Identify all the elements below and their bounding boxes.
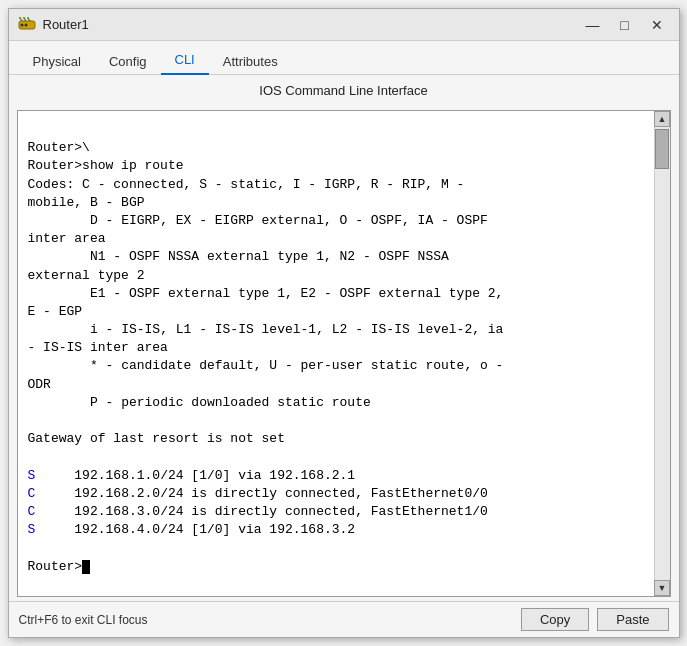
scroll-down-button[interactable]: ▼ — [654, 580, 670, 596]
scroll-up-button[interactable]: ▲ — [654, 111, 670, 127]
scrollbar[interactable]: ▲ ▼ — [654, 111, 670, 596]
tab-config[interactable]: Config — [95, 48, 161, 75]
svg-point-6 — [19, 17, 21, 19]
title-bar: Router1 — □ ✕ — [9, 9, 679, 41]
svg-point-7 — [23, 17, 25, 19]
title-bar-left: Router1 — [17, 15, 89, 35]
svg-point-8 — [27, 17, 29, 19]
cli-content[interactable]: Router>\ Router>show ip route Codes: C -… — [18, 111, 654, 596]
paste-button[interactable]: Paste — [597, 608, 668, 631]
close-button[interactable]: ✕ — [643, 15, 671, 35]
cli-hint: Ctrl+F6 to exit CLI focus — [19, 613, 148, 627]
svg-point-1 — [20, 23, 23, 26]
route-c2: C 192.168.3.0/24 is directly connected, … — [28, 504, 488, 519]
status-bar: Ctrl+F6 to exit CLI focus Copy Paste — [9, 601, 679, 637]
tab-attributes[interactable]: Attributes — [209, 48, 292, 75]
minimize-button[interactable]: — — [579, 15, 607, 35]
action-buttons: Copy Paste — [521, 608, 669, 631]
svg-point-2 — [24, 23, 27, 26]
cli-prompt: Router> — [28, 559, 91, 574]
window-title: Router1 — [43, 17, 89, 32]
maximize-button[interactable]: □ — [611, 15, 639, 35]
route-c1: C 192.168.2.0/24 is directly connected, … — [28, 486, 488, 501]
router-icon — [17, 15, 37, 35]
tab-bar: Physical Config CLI Attributes — [9, 41, 679, 75]
cli-area: Router>\ Router>show ip route Codes: C -… — [17, 110, 671, 597]
copy-button[interactable]: Copy — [521, 608, 589, 631]
router-window: Router1 — □ ✕ Physical Config CLI Attrib… — [8, 8, 680, 638]
scroll-track[interactable] — [655, 127, 670, 580]
section-title: IOS Command Line Interface — [9, 75, 679, 106]
tab-physical[interactable]: Physical — [19, 48, 95, 75]
tab-cli[interactable]: CLI — [161, 46, 209, 75]
scroll-thumb[interactable] — [655, 129, 669, 169]
cli-text-block: Router>\ Router>show ip route Codes: C -… — [28, 140, 504, 446]
route-s1: S 192.168.1.0/24 [1/0] via 192.168.2.1 — [28, 468, 356, 483]
window-controls: — □ ✕ — [579, 15, 671, 35]
route-s2: S 192.168.4.0/24 [1/0] via 192.168.3.2 — [28, 522, 356, 537]
